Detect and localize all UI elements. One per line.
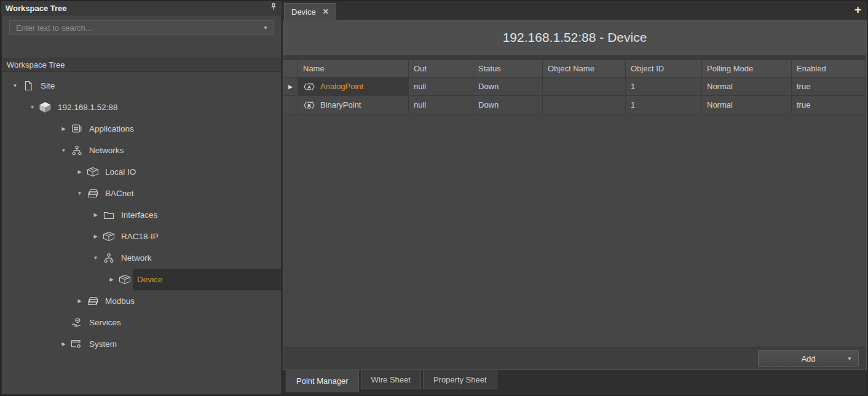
tree-item-applications[interactable]: ▶Applications <box>2 118 281 140</box>
tree-item-interfaces[interactable]: ▶Interfaces <box>2 204 281 226</box>
tree-section-label: Workspace Tree <box>7 60 65 69</box>
column-header-enabled[interactable]: Enabled <box>792 60 866 77</box>
row-selector-cell[interactable]: ▶ <box>283 77 298 96</box>
tree-expander-icon[interactable]: ▶ <box>107 277 116 282</box>
tree-item-label-wrap: Networks <box>85 140 281 161</box>
tree-item-device[interactable]: ▶Device <box>2 269 281 290</box>
row-selector-header <box>283 60 298 77</box>
search-dropdown-icon[interactable]: ▼ <box>263 25 268 31</box>
status-cell[interactable]: Down <box>473 96 543 114</box>
tree-expander-icon[interactable]: ▶ <box>91 212 100 218</box>
tree-expander-icon[interactable]: ▼ <box>28 105 37 110</box>
column-header-status[interactable]: Status <box>473 60 543 77</box>
tree-item-label: Network <box>121 253 152 263</box>
table-row-analogpoint[interactable]: ▶AAnalogPointnullDown1Normaltrue <box>283 77 866 96</box>
polling-mode-cell[interactable]: Normal <box>702 96 792 114</box>
view-tab-label: Property Sheet <box>433 375 487 384</box>
object-id-cell[interactable]: 1 <box>626 77 702 96</box>
tree-item-label-wrap: Applications <box>85 118 281 140</box>
tree-expander-icon[interactable]: ▶ <box>75 169 84 175</box>
tree-item-label-wrap: BACnet <box>101 183 281 204</box>
system-icon <box>68 339 85 349</box>
out-cell[interactable]: null <box>409 77 473 96</box>
tree-expander-icon[interactable]: ▶ <box>59 341 68 347</box>
tab-device[interactable]: Device ✕ <box>284 3 336 20</box>
add-dropdown-icon[interactable]: ▼ <box>847 356 852 362</box>
tree-expander-icon[interactable]: ▶ <box>91 234 100 239</box>
tree-item-label: Applications <box>89 124 134 133</box>
points-table: NameOutStatusObject NameObject IDPolling… <box>283 59 866 114</box>
tree-item-label: Site <box>41 81 55 90</box>
tree-item-system[interactable]: ▶System <box>2 333 281 355</box>
tree-expander-icon[interactable]: ▼ <box>75 191 84 196</box>
column-header-polling-mode[interactable]: Polling Mode <box>702 60 792 77</box>
tree-item-label: Local IO <box>105 167 136 176</box>
tree-section-header: Workspace Tree <box>2 58 281 72</box>
tree-item-label: Interfaces <box>121 210 157 220</box>
object-name-cell[interactable] <box>543 96 626 114</box>
view-tab-point-manager[interactable]: Point Manager <box>286 370 359 392</box>
services-icon <box>68 317 85 328</box>
name-cell[interactable]: AAnalogPoint <box>298 77 409 96</box>
table-row-binarypoint[interactable]: BBinaryPointnullDown1Normaltrue <box>283 96 866 114</box>
new-tab-button[interactable]: + <box>854 3 861 17</box>
pin-icon[interactable] <box>270 2 277 14</box>
tree-expander-icon[interactable]: ▶ <box>59 126 68 132</box>
row-selector-cell[interactable] <box>283 96 298 114</box>
tree-item-rac18-ip[interactable]: ▶RAC18-IP <box>2 226 281 247</box>
object-name-cell[interactable] <box>543 77 626 96</box>
workspace-tree-panel: Workspace Tree ▼ Workspace Tree ▼Site▼19… <box>1 1 282 395</box>
search-input-field[interactable] <box>15 23 259 33</box>
view-tab-wire-sheet[interactable]: Wire Sheet <box>361 370 421 389</box>
tree-expander-icon[interactable]: ▼ <box>91 255 100 261</box>
controller-icon <box>37 101 53 113</box>
view-tab-strip: Point ManagerWire SheetProperty Sheet <box>283 370 867 395</box>
polling-mode-cell[interactable]: Normal <box>702 77 792 96</box>
view-tab-property-sheet[interactable]: Property Sheet <box>423 370 497 389</box>
tree-expander-icon[interactable]: ▼ <box>59 148 68 153</box>
tree-item-local-io[interactable]: ▶Local IO <box>2 161 281 183</box>
add-button[interactable]: Add ▼ <box>758 350 859 367</box>
tree-expander-icon[interactable]: ▼ <box>10 83 20 89</box>
view-tab-label: Wire Sheet <box>371 375 411 384</box>
add-button-label: Add <box>801 354 815 363</box>
column-header-object-id[interactable]: Object ID <box>626 60 702 77</box>
tree-item-modbus[interactable]: ▶Modbus <box>2 290 281 312</box>
page-title: 192.168.1.52:88 - Device <box>283 20 866 55</box>
search-input[interactable]: ▼ <box>9 20 274 35</box>
device-box-icon <box>116 274 133 285</box>
point-name: BinaryPoint <box>320 100 361 109</box>
object-id-cell[interactable]: 1 <box>626 96 702 114</box>
tab-device-label: Device <box>291 7 316 17</box>
tree-item-label-wrap: Interfaces <box>117 204 281 226</box>
search-row: ▼ <box>2 15 281 58</box>
layers-icon <box>84 296 101 306</box>
point-a-icon: A <box>303 82 315 92</box>
column-header-object-name[interactable]: Object Name <box>543 60 626 77</box>
tree-item-label: System <box>89 339 117 349</box>
tree-item-label: RAC18-IP <box>121 232 159 241</box>
tree-item-networks[interactable]: ▼Networks <box>2 140 281 161</box>
column-header-out[interactable]: Out <box>409 60 473 77</box>
out-cell[interactable]: null <box>409 96 473 114</box>
tree-item-bacnet[interactable]: ▼BACnet <box>2 183 281 204</box>
tree-item-label-wrap: Device <box>133 269 281 290</box>
name-cell[interactable]: BBinaryPoint <box>298 96 409 114</box>
point-name: AnalogPoint <box>320 82 363 91</box>
tree-item-services[interactable]: Services <box>2 312 281 333</box>
applications-icon <box>68 124 85 134</box>
enabled-cell[interactable]: true <box>792 96 866 114</box>
network-icon <box>100 253 117 264</box>
status-cell[interactable]: Down <box>473 77 543 96</box>
tree-item-site[interactable]: ▼Site <box>2 75 281 97</box>
tree-expander-icon[interactable]: ▶ <box>75 298 84 304</box>
tree-item-192-168-1-52-88[interactable]: ▼192.168.1.52:88 <box>2 97 281 118</box>
panel-title: Workspace Tree <box>6 4 270 13</box>
column-header-name[interactable]: Name <box>298 60 409 77</box>
tree-item-label: Networks <box>89 146 124 155</box>
enabled-cell[interactable]: true <box>792 77 866 96</box>
svg-text:A: A <box>307 84 311 89</box>
tree-item-network[interactable]: ▼Network <box>2 247 281 269</box>
tree-item-label-wrap: Network <box>117 247 281 269</box>
close-tab-icon[interactable]: ✕ <box>323 7 329 16</box>
